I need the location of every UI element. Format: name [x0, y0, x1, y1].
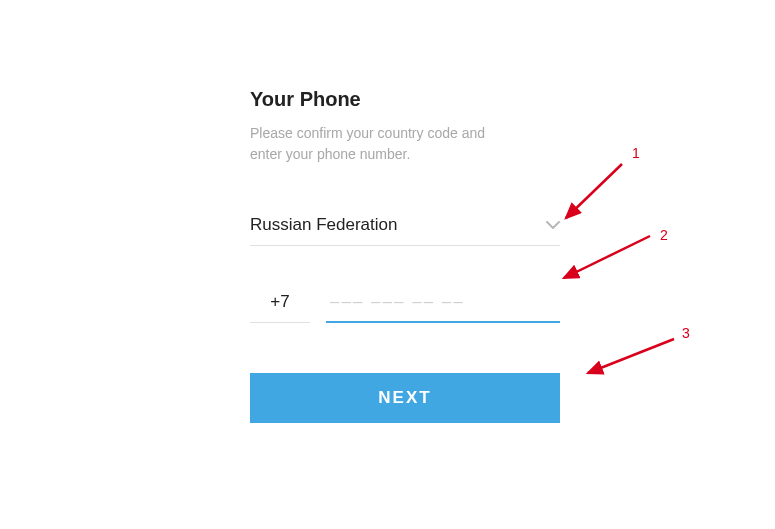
- svg-line-1: [564, 236, 650, 278]
- country-code-input[interactable]: [250, 286, 310, 323]
- phone-login-form: Your Phone Please confirm your country c…: [250, 88, 570, 423]
- annotation-arrow-2: [558, 232, 658, 287]
- chevron-down-icon: [546, 218, 560, 232]
- annotation-arrow-3: [582, 335, 682, 380]
- annotation-arrow-1: [560, 160, 640, 230]
- country-selected-label: Russian Federation: [250, 215, 397, 235]
- country-select[interactable]: Russian Federation: [250, 215, 560, 246]
- svg-line-2: [588, 339, 674, 373]
- next-button[interactable]: NEXT: [250, 373, 560, 423]
- phone-input-row: [250, 286, 560, 323]
- annotation-label-1: 1: [632, 145, 640, 161]
- annotation-label-3: 3: [682, 325, 690, 341]
- svg-line-0: [566, 164, 622, 218]
- page-subtitle: Please confirm your country code and ent…: [250, 123, 510, 165]
- annotation-label-2: 2: [660, 227, 668, 243]
- phone-number-input[interactable]: [326, 286, 560, 323]
- page-title: Your Phone: [250, 88, 570, 111]
